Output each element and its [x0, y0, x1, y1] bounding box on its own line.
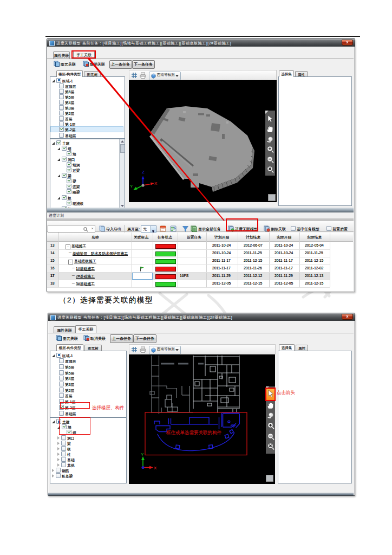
svg-text:X: X [154, 181, 158, 186]
svg-text:Z: Z [142, 170, 145, 175]
svg-text:X: X [154, 466, 157, 470]
svg-text:Y: Y [141, 452, 144, 457]
svg-text:Y: Y [130, 184, 133, 189]
